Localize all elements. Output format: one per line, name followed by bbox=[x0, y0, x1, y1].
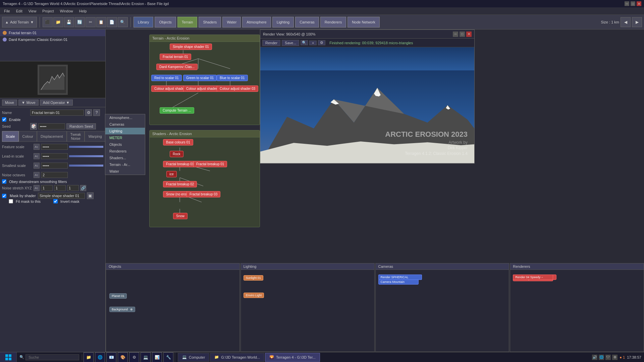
render-close-btn[interactable]: ✕ bbox=[466, 32, 472, 37]
tab-atmosphere[interactable]: Atmosphere bbox=[242, 17, 271, 27]
name-icon-btn[interactable]: ⚙ bbox=[85, 109, 92, 116]
tab-water[interactable]: Water bbox=[222, 17, 241, 27]
mini-sunlight01[interactable]: Sunlight 01 bbox=[244, 275, 263, 281]
node-snow[interactable]: Snow bbox=[173, 213, 187, 219]
node-blue-scalar[interactable]: Blue to scalar 01 bbox=[217, 75, 248, 81]
tab-colour[interactable]: Colour bbox=[19, 131, 37, 142]
fit-mask-checkbox[interactable] bbox=[9, 199, 13, 203]
mini-render04-speedy[interactable]: Render 04 Speedy→ bbox=[513, 275, 553, 280]
node-compute-terrain[interactable]: Compute Terrain ... bbox=[160, 107, 194, 114]
tab-warping[interactable]: Warping bbox=[85, 131, 105, 142]
move-button[interactable]: Move bbox=[2, 100, 17, 106]
mask-checkbox[interactable] bbox=[2, 194, 6, 198]
mini-background[interactable]: Background ⊕ bbox=[109, 307, 135, 312]
smallest-scale-icon[interactable]: A↕ bbox=[34, 163, 40, 169]
tab-displacement[interactable]: Displacement bbox=[37, 131, 67, 142]
taskbar-computer[interactable]: 💻 Computer bbox=[178, 353, 209, 362]
seed-icon-btn[interactable]: 🎲 bbox=[30, 123, 37, 130]
menu-file[interactable]: File bbox=[1, 8, 13, 14]
ctx-water[interactable]: Water bbox=[105, 168, 145, 175]
noise-stretch-link[interactable]: 🔗 bbox=[80, 185, 86, 191]
node-fractal-breakup2[interactable]: Fractal breakup 02 bbox=[163, 181, 197, 187]
mini-planet01[interactable]: Planet 01 bbox=[109, 293, 127, 299]
toolbar-icon-6[interactable]: 📋 bbox=[96, 17, 106, 27]
tab-objects[interactable]: Objects bbox=[155, 17, 176, 27]
quick-launch-4[interactable]: 🎨 bbox=[118, 352, 128, 362]
ctx-objects[interactable]: Objects bbox=[105, 141, 145, 148]
node-fractal-breakup1[interactable]: Fractal breakup 01 bbox=[163, 161, 197, 167]
add-operator-button[interactable]: Add Operator ▼ bbox=[40, 100, 73, 106]
noise-octaves-input[interactable] bbox=[41, 172, 68, 178]
menu-help[interactable]: Help bbox=[76, 8, 90, 14]
smallest-scale-slider[interactable] bbox=[69, 165, 103, 167]
feature-scale-slider[interactable] bbox=[69, 146, 103, 148]
menu-window[interactable]: Window bbox=[57, 8, 76, 14]
quick-launch-6[interactable]: 💻 bbox=[141, 352, 151, 362]
mini-render-spherical[interactable]: Render SPHERICAL bbox=[378, 275, 422, 280]
ctx-cameras[interactable]: Cameras bbox=[105, 121, 145, 128]
menu-edit[interactable]: Edit bbox=[13, 8, 25, 14]
render-button[interactable]: Render bbox=[262, 40, 280, 46]
toolbar-icon-7[interactable]: 📄 bbox=[107, 17, 117, 27]
move2-button[interactable]: ▼ Move bbox=[18, 100, 39, 106]
ctx-atmosphere[interactable]: Atmosphere... bbox=[105, 114, 145, 121]
node-red-scalar[interactable]: Red to scalar 01 bbox=[151, 75, 182, 81]
tab-shaders[interactable]: Shaders bbox=[199, 17, 221, 27]
noise-octaves-icon[interactable]: A↕ bbox=[34, 172, 40, 178]
obey-smoothing-checkbox[interactable] bbox=[2, 179, 6, 184]
ctx-renderers[interactable]: Renderers bbox=[105, 148, 145, 155]
node-base-colours[interactable]: Base colours 01 bbox=[163, 139, 193, 145]
render-settings-btn[interactable]: ⚙ bbox=[318, 40, 325, 45]
menu-project[interactable]: Project bbox=[40, 8, 56, 14]
mini-camera-mountain[interactable]: Camera Mountain bbox=[378, 279, 419, 285]
tab-cameras[interactable]: Cameras bbox=[295, 17, 319, 27]
node-green-scalar[interactable]: Green to scalar 01 bbox=[183, 75, 217, 81]
maximize-button[interactable]: □ bbox=[631, 1, 635, 6]
smallest-scale-input[interactable] bbox=[41, 163, 68, 169]
minimize-button[interactable]: ─ bbox=[625, 1, 629, 6]
terrain-item-1[interactable]: Danil Kamperov::Classic Erosion 01 bbox=[0, 36, 105, 43]
feature-scale-input[interactable] bbox=[41, 144, 68, 150]
node-fractal-terrain[interactable]: Fractal terrain 01 bbox=[160, 54, 191, 60]
ctx-lighting[interactable]: Lighting bbox=[105, 128, 145, 134]
render-minimize-btn[interactable]: ─ bbox=[453, 32, 458, 37]
ctx-shaders[interactable]: Shaders... bbox=[105, 155, 145, 161]
start-button[interactable] bbox=[0, 352, 17, 362]
menu-view[interactable]: View bbox=[26, 8, 39, 14]
search-input[interactable] bbox=[25, 354, 79, 360]
mask-input[interactable] bbox=[38, 193, 85, 199]
taskbar-terragen[interactable]: 🌄 Terragen 4 - G:\3D Ter... bbox=[265, 353, 320, 362]
save-button[interactable]: Save... bbox=[282, 40, 299, 46]
noise-stretch-y[interactable] bbox=[54, 185, 66, 191]
terrain-item-0[interactable]: Fractal terrain 01 bbox=[0, 29, 105, 36]
node-ice[interactable]: ice bbox=[166, 171, 177, 177]
invert-mask-checkbox[interactable] bbox=[53, 199, 58, 203]
node-fractal-breakup1b[interactable]: Fractal breakup 01 bbox=[193, 161, 227, 167]
tab-node-network[interactable]: Node Network bbox=[347, 17, 380, 27]
tab-tweak-noise[interactable]: Tweak Noise bbox=[67, 131, 85, 142]
toolbar-icon-2[interactable]: 📁 bbox=[53, 17, 63, 27]
node-colour-adjust-3[interactable]: Colour adjust shader 03 bbox=[217, 85, 258, 92]
name-input[interactable] bbox=[30, 110, 84, 116]
node-danil[interactable]: Danil Kamperov::Clas... bbox=[156, 64, 198, 70]
size-decrease-button[interactable]: ◀ bbox=[621, 17, 631, 27]
quick-launch-8[interactable]: 🔧 bbox=[163, 352, 173, 362]
tab-lighting[interactable]: Lighting bbox=[272, 17, 294, 27]
toolbar-icon-3[interactable]: 💾 bbox=[64, 17, 74, 27]
mini-enviro-light[interactable]: Enviro Light bbox=[244, 293, 264, 298]
noise-stretch-icon[interactable]: A↕ bbox=[34, 185, 40, 191]
quick-launch-5[interactable]: ⚙ bbox=[129, 352, 139, 362]
quick-launch-2[interactable]: 🌐 bbox=[95, 352, 105, 362]
close-button[interactable]: ✕ bbox=[637, 1, 641, 6]
toolbar-icon-1[interactable]: ⬛ bbox=[43, 17, 53, 27]
render-maximize-btn[interactable]: □ bbox=[460, 32, 465, 37]
tab-library[interactable]: Library bbox=[133, 17, 154, 27]
lead-in-scale-icon[interactable]: A↕ bbox=[34, 153, 40, 159]
size-increase-button[interactable]: ▶ bbox=[632, 17, 642, 27]
lead-in-scale-input[interactable] bbox=[41, 153, 68, 159]
name-help-btn[interactable]: ? bbox=[93, 109, 100, 116]
ctx-terrain[interactable]: Terrain - Ar... bbox=[105, 161, 145, 168]
quick-launch-3[interactable]: 📧 bbox=[106, 352, 116, 362]
quick-launch-1[interactable]: 📁 bbox=[84, 352, 94, 362]
quick-launch-7[interactable]: 📊 bbox=[152, 352, 162, 362]
